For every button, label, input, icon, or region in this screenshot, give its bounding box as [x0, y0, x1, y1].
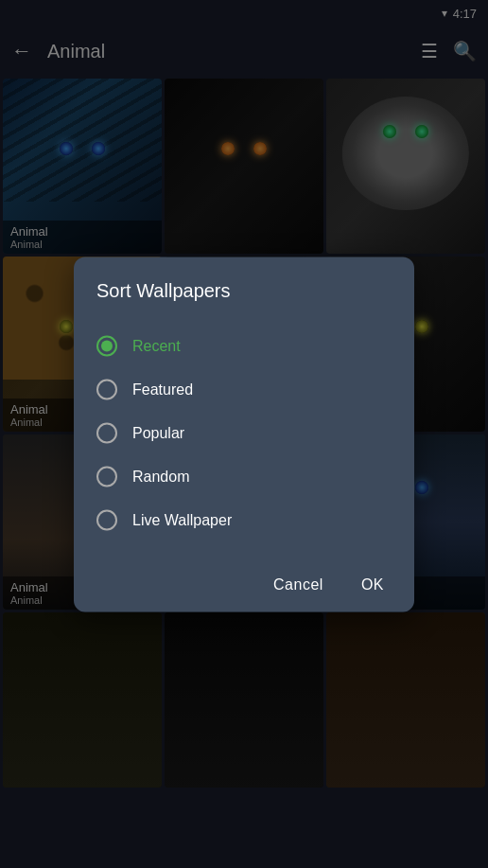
ok-button[interactable]: OK	[354, 572, 392, 596]
dialog-title: Sort Wallpapers	[96, 279, 392, 301]
radio-featured[interactable]	[96, 379, 117, 399]
radio-live[interactable]	[96, 509, 117, 530]
option-recent-label: Recent	[132, 337, 181, 354]
radio-inner-recent	[101, 340, 113, 351]
option-live-label: Live Wallpaper	[132, 511, 232, 528]
dialog-actions: Cancel OK	[96, 564, 392, 596]
option-popular-label: Popular	[132, 424, 184, 441]
radio-popular[interactable]	[96, 422, 117, 443]
option-popular[interactable]: Popular	[96, 411, 392, 454]
radio-random[interactable]	[96, 466, 117, 487]
sort-dialog: Sort Wallpapers Recent Featured Popular …	[74, 257, 414, 611]
cancel-button[interactable]: Cancel	[266, 572, 331, 596]
option-random[interactable]: Random	[96, 454, 392, 498]
option-random-label: Random	[132, 468, 189, 485]
radio-recent[interactable]	[96, 335, 117, 356]
option-featured-label: Featured	[132, 381, 193, 398]
option-featured[interactable]: Featured	[96, 367, 392, 411]
sort-options: Recent Featured Popular Random Live Wall…	[96, 324, 392, 541]
option-recent[interactable]: Recent	[96, 324, 392, 367]
option-live[interactable]: Live Wallpaper	[96, 498, 392, 541]
